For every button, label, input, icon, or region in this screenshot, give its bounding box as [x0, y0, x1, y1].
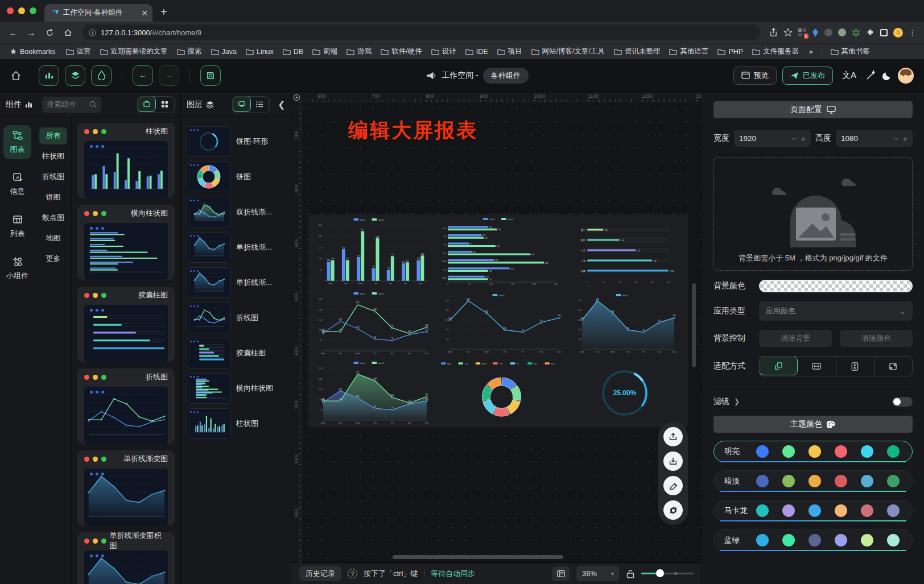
layer-item[interactable]: 饼图-环形 — [187, 126, 285, 157]
extensions-puzzle-icon[interactable] — [866, 28, 874, 37]
component-card[interactable]: 单折线渐变面积图 — [77, 532, 175, 584]
card-preview[interactable] — [84, 223, 168, 280]
bg-color-swatch[interactable] — [759, 280, 913, 292]
component-card[interactable]: 横向柱状图 — [77, 205, 175, 280]
ruler-eye-icon[interactable] — [291, 92, 302, 102]
page-config-header[interactable]: 页面配置 — [713, 101, 913, 118]
panel-layout-icon[interactable] — [552, 566, 570, 581]
close-window-button[interactable] — [7, 7, 14, 14]
collapse-panel-chevron[interactable]: ❮ — [278, 100, 285, 110]
extension-star-icon[interactable] — [852, 28, 860, 37]
bookmark-folder[interactable]: 运营 — [62, 45, 95, 57]
extension-with-badge-icon[interactable]: 9 — [798, 28, 806, 36]
unlock-icon[interactable] — [626, 569, 634, 578]
theme-row-明亮[interactable]: 明亮 — [713, 441, 913, 462]
other-bookmarks-folder[interactable]: 其他书签 — [827, 45, 874, 57]
clear-color-button[interactable]: 清除颜色 — [840, 330, 913, 347]
filter-toggle[interactable] — [892, 397, 913, 407]
component-card[interactable]: 折线图 — [77, 368, 175, 444]
component-card[interactable]: 单折线渐变图 — [77, 450, 175, 525]
bookmark-folder[interactable]: 前端 — [308, 45, 341, 57]
bookmark-folder[interactable]: Linux — [242, 47, 278, 57]
width-decrease-icon[interactable]: − — [791, 134, 797, 143]
bookmark-folder[interactable]: DB — [279, 47, 307, 57]
component-card[interactable]: 胶囊柱图 — [77, 287, 175, 362]
category-item[interactable]: 散点图 — [39, 209, 67, 226]
bookmark-folder[interactable]: 项目 — [493, 45, 526, 57]
dashboard-chart-capsule[interactable]: 厦门20南阳40北京60上海80新疆100020406080100 — [572, 218, 678, 285]
canvas-text-element[interactable]: 编辑大屏报表 — [348, 117, 478, 144]
bookmark-folder[interactable]: 其他语言 — [665, 45, 712, 57]
bookmark-folder[interactable]: 游戏 — [343, 45, 376, 57]
browser-menu-icon[interactable]: ⋮ — [909, 28, 916, 37]
component-card[interactable]: 柱状图 — [77, 123, 175, 198]
editor-canvas[interactable]: 6007008009001000110012001300 20030040050… — [291, 92, 702, 584]
url-bar[interactable]: 127.0.0.1:3000/#/chart/home/9 — [82, 24, 760, 40]
undo-button[interactable]: ← — [133, 65, 153, 86]
dashboard-chart-area2[interactable]: 7014021028035012020015080701101301301303… — [314, 359, 430, 426]
zoom-slider[interactable] — [641, 573, 694, 574]
dashboard-artboard[interactable]: 70140210280350120130Mon200130Tue150312We… — [308, 214, 688, 428]
category-item[interactable]: 更多 — [39, 250, 67, 267]
category-item[interactable]: 地图 — [39, 230, 67, 247]
reload-icon[interactable] — [42, 25, 57, 40]
thumbnail-view-button[interactable] — [232, 96, 251, 112]
layer-item[interactable]: 单折线渐... — [187, 267, 285, 298]
bookmark-folder[interactable]: 近期需要读的文章 — [96, 45, 172, 57]
help-icon[interactable]: ? — [348, 569, 357, 578]
width-increase-icon[interactable]: + — [801, 134, 806, 143]
components-toggle-button[interactable] — [39, 65, 59, 86]
category-item[interactable]: 折线图 — [39, 168, 67, 185]
sidebar-nav-charts[interactable]: 图表 — [3, 125, 31, 159]
card-preview[interactable] — [84, 550, 168, 584]
height-increase-icon[interactable]: + — [902, 134, 908, 143]
app-home-icon[interactable] — [10, 70, 22, 81]
dashboard-chart-area1[interactable]: 40801201602001202001508070110130MonTueWe… — [572, 292, 678, 355]
category-item[interactable]: 饼图 — [39, 189, 67, 206]
single-view-button[interactable] — [137, 96, 156, 112]
redo-button[interactable]: → — [159, 65, 179, 86]
extension-circle-icon[interactable] — [824, 28, 832, 36]
preview-button[interactable]: 预览 — [733, 67, 777, 85]
zoom-select[interactable]: 36% ▾ — [576, 566, 620, 581]
search-input[interactable]: 搜索组件 — [42, 97, 101, 113]
layer-item[interactable]: 横向柱状图 — [187, 373, 285, 404]
layer-item[interactable]: 单折线渐... — [187, 232, 285, 263]
layer-item[interactable]: 柱状图 — [187, 408, 285, 439]
bookmark-folder[interactable]: PHP — [713, 47, 747, 57]
zoom-slider-knob[interactable] — [656, 569, 664, 577]
window-controls[interactable] — [7, 0, 44, 22]
height-stepper[interactable]: 1080 − + — [836, 130, 913, 147]
save-button[interactable] — [200, 65, 221, 86]
browser-tab[interactable]: 工作空间-各种组件 ✕ — [44, 4, 152, 22]
workspace-name-pill[interactable]: 各种组件 — [483, 68, 529, 84]
theme-row-暗淡[interactable]: 暗淡 — [713, 470, 913, 492]
bookmark-star-icon[interactable] — [783, 28, 793, 37]
app-type-select[interactable]: 应用颜色 ⌄ — [759, 301, 913, 321]
layer-item[interactable]: 胶囊柱图 — [187, 338, 285, 368]
site-info-icon[interactable] — [89, 29, 96, 36]
theme-row-蓝绿[interactable]: 蓝绿 — [713, 529, 913, 551]
vertical-scrollbar[interactable] — [692, 283, 696, 367]
tab-groups-icon[interactable] — [880, 29, 888, 36]
bookmark-folder[interactable]: 文件服务器 — [748, 45, 803, 57]
dashboard-chart-bar[interactable]: 70140210280350120130Mon200130Tue150312We… — [314, 216, 430, 287]
dashboard-chart-line1[interactable]: 40801201602001202001508070110130MonTueWe… — [440, 292, 563, 355]
bookmark-folder[interactable]: 资讯未整理 — [610, 45, 665, 57]
category-item[interactable]: 所有 — [39, 127, 67, 144]
layer-item[interactable]: 饼图 — [187, 161, 285, 192]
fit-width-button[interactable] — [798, 357, 836, 376]
sidebar-nav-tables[interactable]: 列表 — [3, 209, 31, 243]
dashboard-chart-line2[interactable]: 7014021028035012020015080701101301301303… — [314, 290, 430, 357]
details-toggle-button[interactable] — [91, 65, 112, 86]
bookmarks-manager[interactable]: Bookmarks — [6, 47, 60, 57]
bookmark-folder[interactable]: Java — [207, 47, 241, 57]
sidebar-nav-widgets[interactable]: 小组件 — [3, 251, 31, 285]
card-preview[interactable] — [84, 141, 168, 198]
fit-scale-button[interactable] — [759, 356, 798, 375]
list-view-button[interactable] — [250, 97, 269, 113]
height-decrease-icon[interactable]: − — [893, 134, 898, 143]
grid-view-button[interactable] — [155, 97, 174, 113]
card-preview[interactable] — [84, 305, 168, 362]
home-icon[interactable] — [60, 25, 75, 40]
